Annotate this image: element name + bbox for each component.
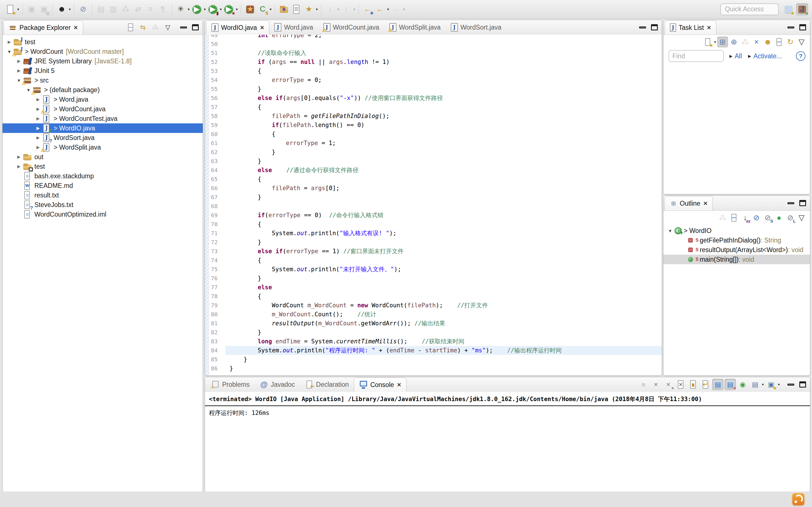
tree-item-wordcountoptimized-iml[interactable]: WordCountOptimized.iml [3, 210, 203, 219]
expand-arrow-icon[interactable]: ▶ [15, 68, 23, 73]
code-line-51[interactable]: 51//读取命令行输入 [209, 48, 662, 57]
console-output-area[interactable]: <terminated> WordIO [Java Application] /… [205, 392, 810, 492]
expand-arrow-icon[interactable]: ▶ [5, 40, 13, 45]
synchronize-button[interactable]: C⇅▼ [257, 3, 272, 15]
code-line-81[interactable]: 81resultOutput(m_WordCount.getWordArr())… [209, 319, 662, 328]
collapse-all-button[interactable]: − [125, 22, 136, 33]
dropdown-caret[interactable]: ▼ [761, 383, 764, 386]
tree-item-junit-5[interactable]: ▶JUnit 5 [3, 66, 203, 75]
code-line-78[interactable]: 78{ [209, 292, 662, 301]
tree-item-test[interactable]: ▶✱test [3, 162, 203, 171]
tree-item-wordcount[interactable]: ▼J⚠> WordCount[WordCount master] [3, 47, 203, 56]
collapse-all-button[interactable]: − [728, 212, 739, 223]
link-with-editor-button[interactable]: ⇆ [138, 22, 148, 33]
expand-arrow-icon[interactable]: ▶ [15, 59, 23, 64]
show-scheduled-button[interactable]: ⊕ [728, 37, 739, 47]
maximize-button[interactable] [192, 24, 199, 31]
hide-non-public-members-button[interactable]: ● [774, 212, 784, 223]
java-perspective-button[interactable]: J● [796, 3, 808, 15]
tree-item-bash-exe-stackdump[interactable]: bash.exe.stackdump [3, 171, 203, 181]
expand-arrow-icon[interactable]: ▶ [34, 135, 42, 140]
collapse-all-button[interactable]: − [774, 37, 784, 47]
code-line-69[interactable]: 69if(errorType == 0) //命令行输入格式错 [209, 211, 662, 220]
dropdown-caret[interactable]: ▼ [235, 8, 238, 11]
code-line-77[interactable]: 77else [209, 283, 662, 292]
console-tab-console[interactable]: Console× [354, 378, 406, 392]
dropdown-caret[interactable]: ▼ [269, 8, 272, 11]
code-line-62[interactable]: 62} [209, 148, 662, 157]
tree-item-result-txt[interactable]: result.txt [3, 190, 203, 200]
view-menu-button[interactable]: ▽ [796, 37, 807, 47]
view-menu-button[interactable]: ▽ [796, 212, 807, 223]
code-line-67[interactable]: 67} [209, 193, 662, 202]
dropdown-caret[interactable]: ▼ [777, 383, 780, 386]
coverage-button[interactable]: ▶▮▼ [207, 3, 222, 15]
show-categorized-button[interactable]: ⊞ [717, 37, 728, 47]
tree-item-default-package[interactable]: ▼⚠> (default package) [3, 85, 203, 95]
dropdown-caret[interactable]: ▼ [387, 8, 390, 11]
close-icon[interactable]: × [260, 24, 264, 32]
search-button[interactable]: ★▼ [303, 3, 318, 15]
close-icon[interactable]: × [707, 24, 711, 32]
hide-static-members-button[interactable]: ⊘S [762, 212, 773, 223]
dropdown-caret[interactable]: ▼ [187, 8, 190, 11]
task-list-link-all[interactable]: ▶All [729, 52, 742, 60]
tree-item-word-java[interactable]: ▶> Word.java [3, 95, 203, 104]
tree-item-stevejobs-txt[interactable]: ?SteveJobs.txt [3, 200, 203, 210]
code-line-68[interactable]: 68 [209, 202, 662, 211]
hide-local-types-button[interactable]: ⊘L [785, 212, 796, 223]
skip-all-breakpoints-button[interactable]: ⊘ [77, 3, 89, 15]
code-line-83[interactable]: 83long endTime = System.currentTimeMilli… [209, 337, 662, 346]
expand-arrow-icon[interactable]: ▶ [34, 97, 42, 102]
tree-item-wordcount-java[interactable]: ▶⚠> WordCount.java [3, 104, 203, 114]
dropdown-caret[interactable]: ▼ [68, 8, 71, 11]
maximize-button[interactable] [651, 24, 658, 31]
hide-fields-button[interactable]: ⊘ [751, 212, 762, 223]
code-line-50[interactable]: 50 [209, 40, 662, 48]
minimize-button[interactable] [788, 26, 794, 29]
close-icon[interactable]: × [74, 24, 78, 32]
tree-item-wordio-java[interactable]: ▶+> WordIO.java [3, 123, 203, 133]
tree-item-wordsplit-java[interactable]: ▶⚠> WordSplit.java [3, 143, 203, 152]
code-line-76[interactable]: 76} [209, 274, 662, 283]
code-line-82[interactable]: 82} [209, 328, 662, 337]
dropdown-caret[interactable]: ▼ [219, 8, 222, 11]
quick-access-input[interactable] [720, 3, 779, 15]
code-line-84[interactable]: 84System.out.println("程序运行时间: " + (endTi… [209, 346, 662, 355]
show-console-on-stderr-button[interactable]: ▤× [725, 379, 736, 390]
editor-tab-wordsort-java[interactable]: WordSort.java [446, 20, 506, 35]
expand-arrow-icon[interactable]: ▶ [34, 126, 42, 131]
tree-item-wordsort-java[interactable]: ▶?WordSort.java [3, 133, 203, 143]
code-line-52[interactable]: 52if (args == null || args.length != 1) [209, 57, 662, 66]
code-line-80[interactable]: 80m_WordCount.Count(); //统计 [209, 310, 662, 319]
code-line-57[interactable]: 57{ [209, 103, 662, 112]
outline-item-getfilepathindialog[interactable]: SgetFilePathInDialog() : String [663, 235, 810, 245]
code-line-56[interactable]: 56else if(args[0].equals("-x")) //使用窗口界面… [209, 94, 662, 103]
outline-item-resultoutput-arraylist-word[interactable]: SresultOutput(ArrayList<Word>) : void [663, 245, 810, 255]
editor-tab-word-java[interactable]: Word.java [269, 20, 318, 35]
code-line-72[interactable]: 72} [209, 238, 662, 247]
expand-arrow-icon[interactable]: ▼ [666, 228, 674, 233]
console-tab-problems[interactable]: Problems [206, 377, 255, 392]
hide-completed-tasks-button[interactable]: × [751, 37, 762, 47]
expand-arrow-icon[interactable]: ▶ [15, 164, 23, 169]
tree-item-readme-md[interactable]: README.md [3, 181, 203, 190]
close-icon[interactable]: × [703, 200, 707, 207]
scroll-lock-button[interactable]: ∎ [688, 379, 699, 390]
run-external-tools-button[interactable]: ▶■▼ [223, 3, 238, 15]
package-explorer-tab[interactable]: Package Explorer × [4, 20, 83, 35]
open-console-button[interactable]: ▣★▼ [765, 379, 780, 390]
rss-feed-icon[interactable] [792, 493, 805, 506]
show-only-my-tasks-button[interactable]: ☻ [762, 37, 773, 47]
dropdown-caret[interactable]: ▼ [714, 40, 717, 44]
expand-arrow-icon[interactable]: ▶ [34, 116, 42, 121]
synchronize-repositories-button[interactable]: ↻ [785, 37, 796, 47]
code-line-53[interactable]: 53{ [209, 66, 662, 75]
maximize-button[interactable] [799, 381, 806, 388]
tree-item-jre-system-library[interactable]: ▶JRE System Library[JavaSE-1.8] [3, 56, 203, 66]
code-line-49[interactable]: 49int errorType = 2; [209, 35, 662, 40]
code-line-86[interactable]: 86} [209, 364, 662, 373]
sort-button[interactable]: ↓az [740, 212, 751, 223]
open-resource-button[interactable]: ● [278, 3, 290, 15]
minimize-button[interactable] [639, 26, 646, 29]
